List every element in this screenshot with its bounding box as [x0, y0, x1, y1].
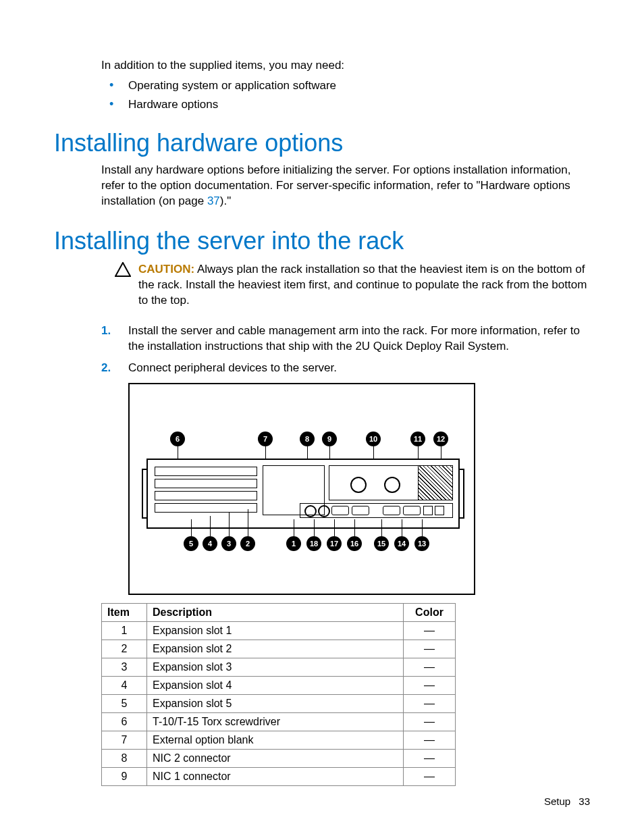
cell-item: 9 — [102, 768, 147, 786]
cell-color: — — [404, 640, 456, 658]
callout-11: 11 — [410, 432, 425, 446]
cell-color: — — [404, 658, 456, 677]
page-footer: Setup 33 — [544, 796, 590, 807]
page-link-37[interactable]: 37 — [207, 194, 220, 207]
callout-6: 6 — [170, 432, 185, 446]
caution-block: CAUTION: Always plan the rack installati… — [115, 262, 590, 309]
cell-color: — — [404, 731, 456, 750]
cell-color: — — [404, 695, 456, 713]
callout-12: 12 — [433, 432, 448, 446]
intro-lead: In addition to the supplied items, you m… — [101, 58, 590, 74]
cell-desc: NIC 2 connector — [147, 750, 404, 768]
server-rear-diagram: 6 7 8 9 10 11 12 — [128, 383, 475, 595]
server-chassis-icon — [146, 459, 460, 529]
callout-3: 3 — [221, 536, 236, 551]
cell-item: 1 — [102, 622, 147, 640]
step-item: Install the server and cable management … — [101, 323, 590, 355]
cell-item: 5 — [102, 695, 147, 713]
cell-item: 3 — [102, 658, 147, 677]
cell-desc: T-10/T-15 Torx screwdriver — [147, 713, 404, 731]
cell-item: 7 — [102, 731, 147, 750]
callout-9: 9 — [322, 432, 337, 446]
heading-install-server-rack: Installing the server into the rack — [54, 227, 590, 255]
cell-desc: Expansion slot 4 — [147, 677, 404, 695]
cell-desc: NIC 1 connector — [147, 768, 404, 786]
callout-14: 14 — [394, 536, 409, 551]
callout-7: 7 — [258, 432, 273, 446]
callout-5: 5 — [184, 536, 198, 551]
cell-desc: Expansion slot 5 — [147, 695, 404, 713]
callout-10: 10 — [366, 432, 381, 446]
cell-desc: Expansion slot 1 — [147, 622, 404, 640]
table-row: 1Expansion slot 1— — [102, 622, 456, 640]
callout-13: 13 — [414, 536, 429, 551]
callout-4: 4 — [203, 536, 217, 551]
table-row: 7External option blank— — [102, 731, 456, 750]
table-row: 4Expansion slot 4— — [102, 677, 456, 695]
step-item: Connect peripheral devices to the server… — [101, 361, 590, 376]
callout-2: 2 — [240, 536, 255, 551]
cell-item: 2 — [102, 640, 147, 658]
th-color: Color — [404, 604, 456, 622]
callout-15: 15 — [374, 536, 389, 551]
caution-text: CAUTION: Always plan the rack installati… — [138, 262, 590, 309]
table-row: 2Expansion slot 2— — [102, 640, 456, 658]
cell-desc: Expansion slot 3 — [147, 658, 404, 677]
steps-list: Install the server and cable management … — [101, 323, 590, 377]
description-table: Item Description Color 1Expansion slot 1… — [101, 603, 456, 786]
svg-marker-0 — [115, 263, 130, 276]
caution-label: CAUTION: — [138, 263, 194, 276]
th-desc: Description — [147, 604, 404, 622]
cell-item: 4 — [102, 677, 147, 695]
table-row: 8NIC 2 connector— — [102, 750, 456, 768]
cell-desc: External option blank — [147, 731, 404, 750]
cell-desc: Expansion slot 2 — [147, 640, 404, 658]
table-row: 5Expansion slot 5— — [102, 695, 456, 713]
bullet-item: Hardware options — [122, 98, 590, 111]
cell-item: 6 — [102, 713, 147, 731]
table-row: 6T-10/T-15 Torx screwdriver— — [102, 713, 456, 731]
cell-color: — — [404, 713, 456, 731]
cell-color: — — [404, 677, 456, 695]
cell-color: — — [404, 750, 456, 768]
heading-install-hw-options: Installing hardware options — [54, 129, 590, 157]
callout-1: 1 — [286, 536, 301, 551]
callout-17: 17 — [327, 536, 342, 551]
footer-page-number: 33 — [579, 796, 590, 807]
cell-color: — — [404, 622, 456, 640]
section1-body: Install any hardware options before init… — [101, 163, 590, 209]
cell-color: — — [404, 768, 456, 786]
table-row: 3Expansion slot 3— — [102, 658, 456, 677]
callout-16: 16 — [347, 536, 362, 551]
th-item: Item — [102, 604, 147, 622]
intro-bullets: Operating system or application software… — [101, 79, 590, 111]
table-row: 9NIC 1 connector— — [102, 768, 456, 786]
bullet-item: Operating system or application software — [122, 79, 590, 93]
callout-8: 8 — [300, 432, 315, 446]
callout-18: 18 — [306, 536, 321, 551]
caution-icon — [115, 262, 138, 309]
footer-section: Setup — [544, 796, 570, 807]
cell-item: 8 — [102, 750, 147, 768]
